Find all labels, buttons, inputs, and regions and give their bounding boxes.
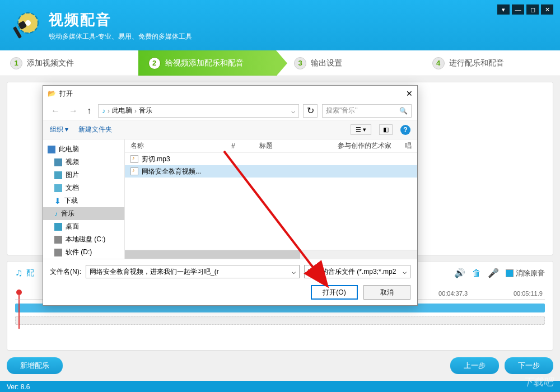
status-bar: Ver: 8.6 [0,381,560,392]
col-name[interactable]: 名称 [125,141,226,151]
tree-video[interactable]: 视频 [43,156,124,169]
timeline-label: 配 [26,268,34,278]
tree-music[interactable]: ♪音乐 [43,207,124,220]
col-album[interactable]: 唱 [399,141,417,151]
nav-up-button[interactable]: ↑ [85,106,94,116]
prev-step-button[interactable]: 上一步 [450,357,499,374]
app-title: 视频配音 [49,10,192,30]
dialog-icon: 📂 [48,90,56,97]
col-title[interactable]: 标题 [254,141,332,151]
step-2[interactable]: 2给视频添加配乐和配音 [138,50,277,76]
tree-documents[interactable]: 文档 [43,181,124,194]
col-artist[interactable]: 参与创作的艺术家 [332,141,399,151]
filename-label: 文件名(N): [50,267,81,277]
app-header: 视频配音 锐动多媒体工具-专业、易用、免费的多媒体工具 ▾ — ◻ ✕ [0,0,560,50]
minimize-window-btn[interactable]: — [512,4,524,15]
new-folder-button[interactable]: 新建文件夹 [78,125,112,134]
file-row-selected[interactable]: 网络安全教育视频... [125,165,417,178]
search-icon: 🔍 [399,107,408,115]
step-1[interactable]: 1添加视频文件 [0,50,138,76]
remove-original-audio-checkbox[interactable]: 消除原音 [506,268,545,278]
h-scrollbar[interactable] [125,250,417,259]
step-4[interactable]: 4进行配乐和配音 [422,50,561,76]
file-list: 名称 # 标题 参与创作的艺术家 唱 剪切.mp3 网络安全教育视频... [125,139,417,259]
close-window-btn[interactable]: ✕ [541,4,553,15]
refresh-button[interactable]: ↻ [303,104,318,118]
app-logo-icon [11,11,42,41]
version-label: Ver: 8.6 [7,383,30,391]
watermark: 下载吧 [523,375,553,389]
view-mode-button[interactable]: ☰ ▾ [351,124,371,135]
step-3[interactable]: 3输出设置 [276,50,422,76]
maximize-window-btn[interactable]: ◻ [526,4,539,15]
tree-c-drive[interactable]: 本地磁盘 (C:) [43,233,124,246]
tree-pictures[interactable]: 图片 [43,169,124,181]
nav-back-button[interactable]: ← [49,106,62,116]
cancel-button[interactable]: 取消 [363,285,410,300]
col-num[interactable]: # [226,142,254,150]
audio-file-icon [130,155,138,163]
folder-tree: 此电脑 视频 图片 文档 ⬇下载 ♪音乐 桌面 本地磁盘 (C:) 软件 (D:… [43,139,125,259]
file-open-dialog: 📂 打开 ✕ ← → ↑ ♪ › 此电脑 › 音乐 ⌵ ↻ 搜索"音乐" 🔍 组… [43,85,418,306]
organize-menu[interactable]: 组织 ▾ [50,125,68,134]
music-note-icon: ♫ [15,267,23,279]
step-bar: 1添加视频文件 2给视频添加配乐和配音 3输出设置 4进行配乐和配音 [0,50,560,76]
dialog-title: 打开 [59,89,73,99]
preview-pane-button[interactable]: ◧ [379,124,393,135]
music-folder-icon: ♪ [102,107,105,115]
tree-desktop[interactable]: 桌面 [43,220,124,233]
app-subtitle: 锐动多媒体工具-专业、易用、免费的多媒体工具 [49,32,192,41]
audio-track[interactable] [15,316,545,325]
file-row[interactable]: 剪切.mp3 [125,153,417,165]
mic-icon[interactable]: 🎤 [488,268,499,278]
search-input[interactable]: 搜索"音乐" 🔍 [322,104,412,118]
nav-forward-button[interactable]: → [67,106,80,116]
add-music-button[interactable]: 新增配乐 [7,357,63,374]
tree-this-pc[interactable]: 此电脑 [43,143,124,156]
address-bar[interactable]: ♪ › 此电脑 › 音乐 ⌵ [98,104,299,118]
tree-downloads[interactable]: ⬇下载 [43,194,124,207]
volume-icon[interactable]: 🔊 [454,268,465,278]
delete-icon[interactable]: 🗑 [472,268,481,278]
help-button[interactable]: ? [400,125,410,135]
next-step-button[interactable]: 下一步 [505,357,553,374]
filename-input[interactable]: 网络安全教育视频，进来我们一起学习吧_(r⌵ [86,265,300,278]
open-button[interactable]: 打开(O) [311,285,358,300]
filetype-filter[interactable]: 支持的音乐文件 (*.mp3;*.mp2⌵ [304,265,410,278]
tree-d-drive[interactable]: 软件 (D:) [43,246,124,259]
dropdown-window-btn[interactable]: ▾ [497,4,510,15]
audio-file-icon [130,167,138,175]
dialog-close-button[interactable]: ✕ [406,89,413,98]
